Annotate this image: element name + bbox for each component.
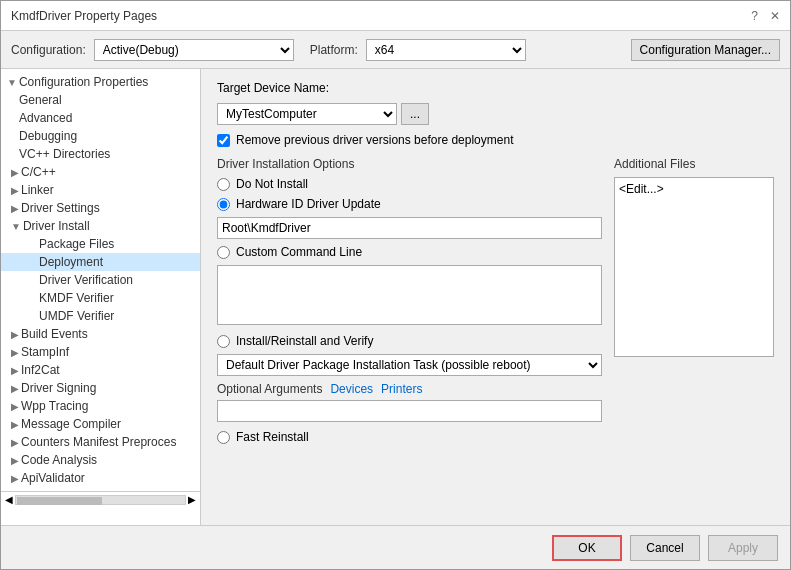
radio-hardware-id[interactable] bbox=[217, 198, 230, 211]
expand-icon: ▶ bbox=[11, 185, 19, 196]
radio-do-not-install[interactable] bbox=[217, 178, 230, 191]
install-task-select[interactable]: Default Driver Package Installation Task… bbox=[217, 354, 602, 376]
sidebar-scrollbar[interactable]: ◀ ▶ bbox=[1, 491, 200, 507]
sidebar-item-label: KMDF Verifier bbox=[39, 291, 114, 305]
expand-icon: ▶ bbox=[11, 203, 19, 214]
sidebar-item-counters-manifest[interactable]: ▶ Counters Manifest Preproces bbox=[1, 433, 200, 451]
optional-args-row: Optional Arguments Devices Printers bbox=[217, 382, 602, 396]
expand-icon: ▶ bbox=[11, 455, 19, 466]
sidebar-item-vc-directories[interactable]: VC++ Directories bbox=[1, 145, 200, 163]
sidebar-item-linker[interactable]: ▶ Linker bbox=[1, 181, 200, 199]
sidebar-item-driver-signing[interactable]: ▶ Driver Signing bbox=[1, 379, 200, 397]
browse-button[interactable]: ... bbox=[401, 103, 429, 125]
close-icon[interactable]: ✕ bbox=[770, 9, 780, 23]
sidebar-item-umdf-verifier[interactable]: UMDF Verifier bbox=[1, 307, 200, 325]
config-select[interactable]: Active(Debug) bbox=[94, 39, 294, 61]
sidebar-item-package-files[interactable]: Package Files bbox=[1, 235, 200, 253]
title-bar-controls: ? ✕ bbox=[751, 9, 780, 23]
sidebar-item-label: StampInf bbox=[21, 345, 69, 359]
sidebar-item-label: Linker bbox=[21, 183, 54, 197]
additional-files-title: Additional Files bbox=[614, 157, 774, 171]
sidebar-item-label: ApiValidator bbox=[21, 471, 85, 485]
sidebar-item-build-events[interactable]: ▶ Build Events bbox=[1, 325, 200, 343]
sidebar-item-label: Debugging bbox=[19, 129, 77, 143]
remove-previous-label: Remove previous driver versions before d… bbox=[236, 133, 513, 147]
radio-install-reinstall[interactable] bbox=[217, 335, 230, 348]
sidebar-item-label: Package Files bbox=[39, 237, 114, 251]
expand-icon: ▶ bbox=[11, 401, 19, 412]
sidebar-item-api-validator[interactable]: ▶ ApiValidator bbox=[1, 469, 200, 487]
hardware-id-input[interactable] bbox=[217, 217, 602, 239]
radio-fast-reinstall-label: Fast Reinstall bbox=[236, 430, 309, 444]
sidebar-item-driver-settings[interactable]: ▶ Driver Settings bbox=[1, 199, 200, 217]
target-device-select[interactable]: MyTestComputer bbox=[217, 103, 397, 125]
sidebar-item-label: Wpp Tracing bbox=[21, 399, 88, 413]
sidebar-item-debugging[interactable]: Debugging bbox=[1, 127, 200, 145]
sidebar-item-stampinf[interactable]: ▶ StampInf bbox=[1, 343, 200, 361]
sidebar-item-message-compiler[interactable]: ▶ Message Compiler bbox=[1, 415, 200, 433]
remove-previous-checkbox[interactable] bbox=[217, 134, 230, 147]
main-content: ▼ Configuration Properties General Advan… bbox=[1, 69, 790, 525]
config-manager-button[interactable]: Configuration Manager... bbox=[631, 39, 780, 61]
sidebar-item-label: Driver Signing bbox=[21, 381, 96, 395]
platform-select[interactable]: x64 bbox=[366, 39, 526, 61]
title-bar: KmdfDriver Property Pages ? ✕ bbox=[1, 1, 790, 31]
additional-files-box[interactable]: <Edit...> bbox=[614, 177, 774, 357]
cancel-button[interactable]: Cancel bbox=[630, 535, 700, 561]
sidebar-item-label: VC++ Directories bbox=[19, 147, 110, 161]
expand-icon: ▼ bbox=[7, 77, 17, 88]
sidebar-item-driver-verification[interactable]: Driver Verification bbox=[1, 271, 200, 289]
toolbar: Configuration: Active(Debug) Platform: x… bbox=[1, 31, 790, 69]
printers-link[interactable]: Printers bbox=[381, 382, 422, 396]
sidebar-item-advanced[interactable]: Advanced bbox=[1, 109, 200, 127]
sidebar-item-cpp[interactable]: ▶ C/C++ bbox=[1, 163, 200, 181]
expand-icon: ▼ bbox=[11, 221, 21, 232]
expand-icon: ▶ bbox=[11, 473, 19, 484]
radio-custom-cmd[interactable] bbox=[217, 246, 230, 259]
sidebar-item-label: Advanced bbox=[19, 111, 72, 125]
driver-install-section: Driver Installation Options Do Not Insta… bbox=[217, 157, 602, 450]
config-label: Configuration: bbox=[11, 43, 86, 57]
install-task-row: Default Driver Package Installation Task… bbox=[217, 354, 602, 376]
sidebar-item-label: Driver Settings bbox=[21, 201, 100, 215]
right-panel: Target Device Name: MyTestComputer ... R… bbox=[201, 69, 790, 525]
expand-icon: ▶ bbox=[11, 383, 19, 394]
sidebar-item-label: Driver Install bbox=[23, 219, 90, 233]
sidebar-item-label: Code Analysis bbox=[21, 453, 97, 467]
target-device-name-row: Target Device Name: bbox=[217, 81, 774, 95]
sidebar-item-label: Build Events bbox=[21, 327, 88, 341]
device-name-row: MyTestComputer ... bbox=[217, 103, 774, 125]
sidebar-item-config-props[interactable]: ▼ Configuration Properties bbox=[1, 73, 200, 91]
sidebar-item-driver-install[interactable]: ▼ Driver Install bbox=[1, 217, 200, 235]
radio-fast-reinstall[interactable] bbox=[217, 431, 230, 444]
remove-previous-row: Remove previous driver versions before d… bbox=[217, 133, 774, 147]
sidebar-item-label: Message Compiler bbox=[21, 417, 121, 431]
radio-do-not-install-label: Do Not Install bbox=[236, 177, 308, 191]
sidebar-item-label: Deployment bbox=[39, 255, 103, 269]
platform-label: Platform: bbox=[310, 43, 358, 57]
sidebar-item-label: Inf2Cat bbox=[21, 363, 60, 377]
sidebar-item-label: General bbox=[19, 93, 62, 107]
bottom-bar: OK Cancel Apply bbox=[1, 525, 790, 569]
radio-hardware-id-label: Hardware ID Driver Update bbox=[236, 197, 381, 211]
sidebar-item-general[interactable]: General bbox=[1, 91, 200, 109]
sidebar-item-kmdf-verifier[interactable]: KMDF Verifier bbox=[1, 289, 200, 307]
radio-hardware-id-row: Hardware ID Driver Update bbox=[217, 197, 602, 211]
sidebar-item-inf2cat[interactable]: ▶ Inf2Cat bbox=[1, 361, 200, 379]
radio-custom-cmd-label: Custom Command Line bbox=[236, 245, 362, 259]
ok-button[interactable]: OK bbox=[552, 535, 622, 561]
sidebar-item-code-analysis[interactable]: ▶ Code Analysis bbox=[1, 451, 200, 469]
help-icon[interactable]: ? bbox=[751, 9, 758, 23]
expand-icon: ▶ bbox=[11, 347, 19, 358]
sidebar-item-wpp-tracing[interactable]: ▶ Wpp Tracing bbox=[1, 397, 200, 415]
apply-button[interactable]: Apply bbox=[708, 535, 778, 561]
custom-cmd-textarea[interactable] bbox=[217, 265, 602, 325]
expand-icon: ▶ bbox=[11, 419, 19, 430]
sidebar-item-deployment[interactable]: Deployment bbox=[1, 253, 200, 271]
sidebar-item-label: C/C++ bbox=[21, 165, 56, 179]
optional-args-input[interactable] bbox=[217, 400, 602, 422]
expand-icon: ▶ bbox=[11, 329, 19, 340]
window-title: KmdfDriver Property Pages bbox=[11, 9, 157, 23]
devices-link[interactable]: Devices bbox=[330, 382, 373, 396]
expand-icon: ▶ bbox=[11, 365, 19, 376]
